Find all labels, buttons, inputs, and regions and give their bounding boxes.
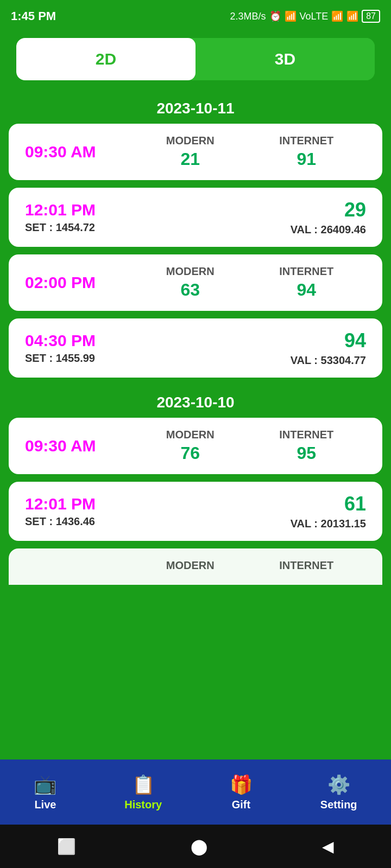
lte-icon: VoLTE — [300, 11, 329, 22]
card-1-2: 12:01 PM SET : 1454.72 29 VAL : 26409.46 — [9, 188, 382, 247]
modern-col-partial: MODERN — [166, 559, 215, 574]
card-2-3-partial: MODERN INTERNET — [9, 548, 382, 585]
nav-live[interactable]: 📺 Live — [34, 774, 56, 811]
modern-col-1: MODERN 21 — [166, 135, 215, 169]
battery-badge: 87 — [362, 10, 380, 23]
card-1-4: 04:30 PM SET : 1455.99 94 VAL : 53304.77 — [9, 318, 382, 378]
modern-value-3: 76 — [166, 443, 215, 463]
card-right-2-1: MODERN 76 INTERNET 95 — [134, 429, 366, 463]
speed-indicator: 2.3MB/s — [230, 11, 266, 22]
card-right-1-1: MODERN 21 INTERNET 91 — [134, 135, 366, 169]
card-time-col-1-4: 04:30 PM SET : 1455.99 — [25, 331, 134, 365]
card-number-1-2: 29 — [344, 199, 366, 221]
internet-label-1: INTERNET — [279, 135, 333, 147]
card-time-main-1-2: 12:01 PM — [25, 201, 134, 219]
internet-col-2: INTERNET 94 — [279, 265, 333, 300]
modern-col-2: MODERN 63 — [166, 265, 215, 300]
sys-square-btn[interactable]: ⬜ — [57, 838, 76, 856]
card-val-text-1-4: VAL : 53304.77 — [291, 354, 366, 367]
card-time-1-1: 09:30 AM — [25, 143, 134, 161]
modern-label-3: MODERN — [166, 429, 215, 441]
nav-history-label: History — [124, 799, 162, 811]
internet-col-1: INTERNET 91 — [279, 135, 333, 169]
card-right-sv-2-2: 61 VAL : 20131.15 — [134, 493, 366, 530]
live-icon: 📺 — [34, 774, 56, 795]
signal-icon: 📶 — [285, 10, 297, 22]
history-icon: 📋 — [132, 774, 155, 795]
sys-nav: ⬜ ⬤ ◀ — [0, 825, 391, 868]
signal2-icon: 📶 — [331, 10, 343, 22]
card-time-col-1-2: 12:01 PM SET : 1454.72 — [25, 201, 134, 234]
alarm-icon: ⏰ — [269, 10, 281, 22]
card-right-sv-1-4: 94 VAL : 53304.77 — [134, 329, 366, 367]
gift-icon: 🎁 — [230, 774, 253, 795]
sys-home-btn[interactable]: ⬤ — [191, 838, 207, 856]
card-number-2-2: 61 — [344, 493, 366, 515]
card-number-1-4: 94 — [344, 329, 366, 352]
nav-history[interactable]: 📋 History — [124, 774, 162, 811]
internet-col-partial: INTERNET — [279, 559, 333, 574]
card-time-main-1-4: 04:30 PM — [25, 331, 134, 350]
modern-label-2: MODERN — [166, 265, 215, 278]
card-time-col-2-2: 12:01 PM SET : 1436.46 — [25, 495, 134, 528]
card-time-1-3: 02:00 PM — [25, 273, 134, 292]
status-time: 1:45 PM — [11, 9, 56, 23]
modern-label-partial: MODERN — [166, 559, 215, 572]
status-icons: 2.3MB/s ⏰ 📶 VoLTE 📶 📶 87 — [230, 10, 380, 23]
modern-col-3: MODERN 76 — [166, 429, 215, 463]
card-time-2-1: 09:30 AM — [25, 437, 134, 455]
card-right-partial: MODERN INTERNET — [134, 559, 366, 574]
card-val-text-1-2: VAL : 26409.46 — [291, 224, 366, 236]
sys-back-btn[interactable]: ◀ — [322, 838, 334, 856]
nav-setting[interactable]: ⚙️ Setting — [320, 774, 357, 811]
card-2-2: 12:01 PM SET : 1436.46 61 VAL : 20131.15 — [9, 482, 382, 541]
card-time-main-2-2: 12:01 PM — [25, 495, 134, 513]
status-bar: 1:45 PM 2.3MB/s ⏰ 📶 VoLTE 📶 📶 87 — [0, 0, 391, 33]
internet-col-3: INTERNET 95 — [279, 429, 333, 463]
tab-2d[interactable]: 2D — [16, 38, 195, 80]
date-header-2: 2023-10-10 — [9, 385, 382, 418]
internet-value-1: 91 — [279, 149, 333, 169]
setting-icon: ⚙️ — [327, 774, 350, 795]
card-val-text-2-2: VAL : 20131.15 — [291, 518, 366, 530]
card-1-3: 02:00 PM MODERN 63 INTERNET 94 — [9, 254, 382, 311]
internet-label-3: INTERNET — [279, 429, 333, 441]
nav-gift[interactable]: 🎁 Gift — [230, 774, 253, 811]
nav-setting-label: Setting — [320, 799, 357, 811]
internet-value-2: 94 — [279, 280, 333, 300]
card-right-1-3: MODERN 63 INTERNET 94 — [134, 265, 366, 300]
nav-live-label: Live — [34, 799, 56, 811]
card-set-text-1-2: SET : 1454.72 — [25, 221, 134, 234]
bottom-nav: 📺 Live 📋 History 🎁 Gift ⚙️ Setting — [0, 760, 391, 825]
main-content: 2023-10-11 09:30 AM MODERN 21 INTERNET 9… — [0, 91, 391, 802]
modern-value-2: 63 — [166, 280, 215, 300]
tab-switcher: 2D 3D — [16, 38, 375, 80]
date-header-1: 2023-10-11 — [9, 91, 382, 124]
internet-label-2: INTERNET — [279, 265, 333, 278]
card-set-text-1-4: SET : 1455.99 — [25, 352, 134, 365]
modern-label-1: MODERN — [166, 135, 215, 147]
wifi-icon: 📶 — [346, 10, 358, 22]
card-1-1: 09:30 AM MODERN 21 INTERNET 91 — [9, 124, 382, 180]
tab-3d[interactable]: 3D — [195, 38, 375, 80]
card-2-1: 09:30 AM MODERN 76 INTERNET 95 — [9, 418, 382, 474]
nav-gift-label: Gift — [232, 799, 250, 811]
internet-label-partial: INTERNET — [279, 559, 333, 572]
card-set-text-2-2: SET : 1436.46 — [25, 515, 134, 528]
modern-value-1: 21 — [166, 149, 215, 169]
internet-value-3: 95 — [279, 443, 333, 463]
card-right-sv-1-2: 29 VAL : 26409.46 — [134, 199, 366, 236]
